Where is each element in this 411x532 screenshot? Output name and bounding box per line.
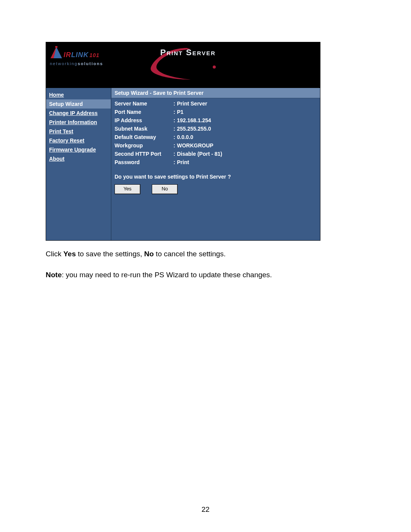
sidebar-item-factory-reset[interactable]: Factory Reset xyxy=(46,136,111,145)
value-ip-address: 192.168.1.254 xyxy=(177,117,317,123)
row-subnet-mask: Subnet Mask : 255.255.255.0 xyxy=(115,126,317,132)
instruction-text: Click Yes to save the settings, No to ca… xyxy=(46,249,365,280)
settings-summary: Server Name : Print Server Port Name : P… xyxy=(112,98,320,165)
row-server-name: Server Name : Print Server xyxy=(115,101,317,107)
label-second-http-port: Second HTTP Port xyxy=(115,151,172,157)
yes-button[interactable]: Yes xyxy=(115,184,140,194)
sidebar: Home Setup Wizard Change IP Address Prin… xyxy=(46,88,112,240)
print-server-screenshot: IRLINK101 networkingsolutions Print Serv… xyxy=(46,42,320,241)
value-server-name: Print Server xyxy=(177,101,317,107)
panel-title: Setup Wizard - Save to Print Server xyxy=(112,88,320,98)
airlink-mark-icon xyxy=(50,46,63,59)
header-banner: Print Server xyxy=(115,42,320,88)
row-default-gateway: Default Gateway : 0.0.0.0 xyxy=(115,134,317,140)
label-server-name: Server Name xyxy=(115,101,172,107)
value-password: Print xyxy=(177,159,317,165)
sidebar-item-change-ip[interactable]: Change IP Address xyxy=(46,109,111,118)
label-default-gateway: Default Gateway xyxy=(115,134,172,140)
row-workgroup: Workgroup : WORKGROUP xyxy=(115,142,317,149)
label-ip-address: IP Address xyxy=(115,117,172,123)
svg-point-3 xyxy=(213,66,216,69)
value-second-http-port: Disable (Port - 81) xyxy=(177,151,317,157)
label-subnet-mask: Subnet Mask xyxy=(115,126,172,132)
sidebar-item-home[interactable]: Home xyxy=(46,90,111,99)
brand-ir: IR xyxy=(64,51,71,59)
sidebar-item-about[interactable]: About xyxy=(46,154,111,163)
svg-point-2 xyxy=(55,46,57,48)
page-title: Print Server xyxy=(160,48,216,58)
no-button[interactable]: No xyxy=(152,184,178,194)
label-workgroup: Workgroup xyxy=(115,142,172,149)
row-ip-address: IP Address : 192.168.1.254 xyxy=(115,117,317,123)
value-default-gateway: 0.0.0.0 xyxy=(177,134,317,140)
sidebar-item-setup-wizard[interactable]: Setup Wizard xyxy=(46,99,111,109)
value-subnet-mask: 255.255.255.0 xyxy=(177,126,317,132)
content-panel: Setup Wizard - Save to Print Server Serv… xyxy=(112,88,320,240)
sidebar-item-printer-info[interactable]: Printer Information xyxy=(46,118,111,127)
header: IRLINK101 networkingsolutions Print Serv… xyxy=(46,42,320,88)
sidebar-item-firmware-upgrade[interactable]: Firmware Upgrade xyxy=(46,145,111,154)
value-port-name: P1 xyxy=(177,109,317,115)
page-number: 22 xyxy=(0,505,411,514)
value-workgroup: WORKGROUP xyxy=(177,142,317,149)
sidebar-item-print-test[interactable]: Print Test xyxy=(46,127,111,136)
row-password: Password : Print xyxy=(115,159,317,165)
label-port-name: Port Name xyxy=(115,109,172,115)
save-prompt: Do you want to save settings to Print Se… xyxy=(112,168,320,181)
label-password: Password xyxy=(115,159,172,165)
brand-logo: IRLINK101 networkingsolutions xyxy=(46,42,115,88)
brand-link: LINK xyxy=(71,51,89,59)
brand-101: 101 xyxy=(89,52,99,58)
row-port-name: Port Name : P1 xyxy=(115,109,317,115)
brand-subtitle: networkingsolutions xyxy=(50,61,115,66)
row-second-http-port: Second HTTP Port : Disable (Port - 81) xyxy=(115,151,317,157)
